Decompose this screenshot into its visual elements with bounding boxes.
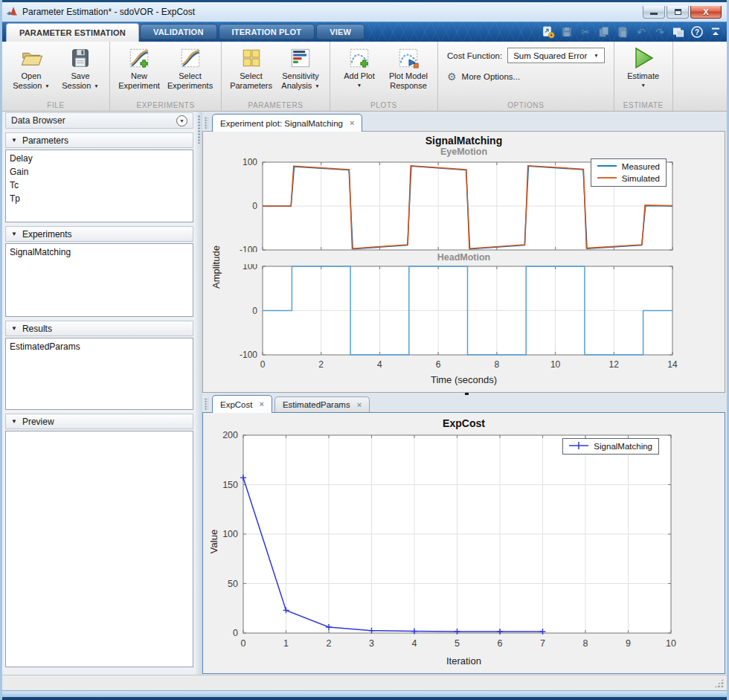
ribbon-group-experiments: NewExperimentSelectExperimentsEXPERIMENT… [110, 42, 222, 111]
list-item[interactable]: SignalMatching [6, 245, 193, 259]
ribbon-group-label-experiments: EXPERIMENTS [110, 99, 221, 111]
ribbon-group-label-parameters: PARAMETERS [222, 99, 330, 111]
panel-splitter[interactable] [196, 112, 202, 675]
svg-text:100: 100 [243, 264, 257, 272]
data-browser-title: Data Browser [11, 115, 65, 126]
new-experiment-button[interactable]: NewExperiment [116, 45, 162, 91]
main-area: Data Browser ▼ ▼ParametersDelayGainTcTp▼… [2, 112, 727, 675]
svg-text:0: 0 [260, 359, 266, 370]
restore-button[interactable] [667, 6, 689, 19]
expcost-legend[interactable]: SignalMatching [562, 438, 659, 455]
section-list-parameters[interactable]: DelayGainTcTp [5, 150, 193, 222]
svg-text:12: 12 [609, 359, 620, 370]
new-experiment-icon [128, 45, 150, 71]
expcost-tabbar: ExpCostEstimatedParams [202, 393, 727, 412]
status-bar [2, 675, 727, 690]
toolstrip-tab-iteration-plot[interactable]: ITERATION PLOT [219, 24, 315, 39]
select-experiments-button[interactable]: SelectExperiments [165, 45, 215, 91]
section-header-parameters[interactable]: ▼Parameters [5, 132, 193, 148]
expcost-title: ExpCost [203, 413, 725, 431]
estimate-icon [631, 45, 656, 71]
sensitivity-analysis-icon [289, 45, 312, 71]
toolstrip-tab-validation[interactable]: VALIDATION [140, 24, 217, 39]
help-icon[interactable]: ? [690, 25, 704, 39]
minimize-icon [650, 13, 658, 15]
svg-text:0: 0 [233, 628, 238, 638]
amplitude-axis-label: Amplitude [211, 245, 222, 289]
svg-text:10: 10 [666, 638, 676, 649]
more-options-button[interactable]: More Options... [462, 72, 521, 81]
window-title: Parameter Estimation* - sdoVOR - ExpCost [22, 7, 195, 17]
iteration-axis-label: Iteration [203, 655, 725, 669]
cost-function-value: Sum Squared Error [513, 51, 587, 60]
section-label: Preview [22, 417, 54, 427]
figure-title: SignalMatching [203, 132, 725, 147]
section-header-preview[interactable]: ▼Preview [5, 414, 193, 429]
section-list-results[interactable]: EstimatedParams [5, 338, 193, 410]
select-parameters-button[interactable]: SelectParameters [228, 45, 274, 91]
experiment-legend[interactable]: MeasuredSimulated [591, 158, 667, 187]
open-session-button[interactable]: OpenSession▼ [8, 45, 54, 91]
save-session-button[interactable]: SaveSession▼ [57, 45, 103, 91]
svg-text:150: 150 [222, 480, 238, 490]
experiment-head-svg: 02468101214-1000100 [203, 264, 725, 374]
legend-entry-measured: Measured [596, 161, 660, 173]
collapse-ribbon-icon[interactable] [709, 25, 722, 39]
ribbon-group-file: OpenSession▼SaveSession▼FILE [2, 42, 110, 111]
ribbon-group-plots: Add Plot▼Plot ModelResponsePLOTS [330, 42, 438, 111]
close-icon[interactable] [350, 119, 354, 127]
select-experiments-icon [179, 45, 202, 71]
close-icon[interactable] [259, 400, 263, 408]
ribbon-group-label-estimate: ESTIMATE [614, 99, 672, 111]
select-parameters-icon [240, 45, 263, 71]
layout-icon[interactable] [672, 25, 685, 39]
collapse-triangle-icon: ▼ [11, 231, 17, 237]
svg-text:2: 2 [318, 359, 324, 370]
minimize-button[interactable] [643, 6, 665, 19]
svg-text:4: 4 [412, 638, 417, 649]
section-list-preview[interactable] [5, 431, 193, 667]
toolstrip-tab-view[interactable]: VIEW [316, 24, 364, 39]
close-button[interactable]: X [690, 6, 722, 19]
svg-text:8: 8 [583, 638, 588, 649]
list-item[interactable]: EstimatedParams [6, 340, 193, 353]
data-browser-sections: ▼ParametersDelayGainTcTp▼ExperimentsSign… [5, 129, 193, 667]
list-item[interactable]: Tp [6, 192, 193, 205]
doc-tab-label: EstimatedParams [283, 400, 350, 409]
new-shortcut-icon[interactable] [542, 25, 555, 39]
legend-entry-signalmatching: SignalMatching [568, 440, 652, 452]
close-icon[interactable] [357, 401, 362, 409]
panel-menu-button[interactable]: ▼ [176, 115, 187, 126]
headmotion-chart: 02468101214-1000100 [203, 264, 725, 374]
section-list-experiments[interactable]: SignalMatching [5, 243, 193, 317]
experiment-plot-panel: Experiment plot: SignalMatching SignalMa… [202, 112, 727, 393]
legend-entry-simulated: Simulated [596, 173, 660, 184]
plot-model-response-icon [397, 45, 420, 71]
list-item[interactable]: Tc [6, 179, 193, 192]
doc-tab-expcost[interactable]: ExpCost [212, 395, 272, 413]
doc-tab-estimatedparams[interactable]: EstimatedParams [274, 396, 370, 412]
section-header-experiments[interactable]: ▼Experiments [5, 226, 193, 242]
plot-model-response-button[interactable]: Plot ModelResponse [385, 45, 431, 91]
section-header-results[interactable]: ▼Results [5, 321, 193, 336]
svg-text:200: 200 [222, 431, 238, 440]
doc-tab-experiment-plot[interactable]: Experiment plot: SignalMatching [212, 114, 362, 132]
toolstrip-tabs: PARAMETER ESTIMATIONVALIDATIONITERATION … [6, 22, 365, 42]
sensitivity-analysis-button[interactable]: SensitivityAnalysis▼ [277, 45, 324, 91]
svg-text:-100: -100 [240, 350, 257, 360]
list-item[interactable]: Delay [6, 152, 193, 165]
expcost-svg: 012345678910050100150200 [203, 431, 725, 655]
add-plot-button[interactable]: Add Plot▼ [336, 45, 382, 89]
list-item[interactable]: Gain [6, 165, 193, 179]
cost-function-label: Cost Function: [447, 51, 502, 60]
resize-grip[interactable] [714, 678, 724, 688]
cost-function-select[interactable]: Sum Squared Error▼ [507, 48, 605, 63]
headmotion-subtitle: HeadMotion [203, 252, 725, 264]
toolstrip-tab-parameter-estimation[interactable]: PARAMETER ESTIMATION [6, 23, 139, 42]
svg-text:7: 7 [540, 638, 545, 649]
splitter-handle-icon [198, 115, 201, 144]
open-folder-icon [20, 45, 42, 71]
estimate-button[interactable]: Estimate▼ [620, 45, 667, 89]
svg-text:10: 10 [550, 359, 561, 370]
svg-text:0: 0 [252, 201, 257, 211]
